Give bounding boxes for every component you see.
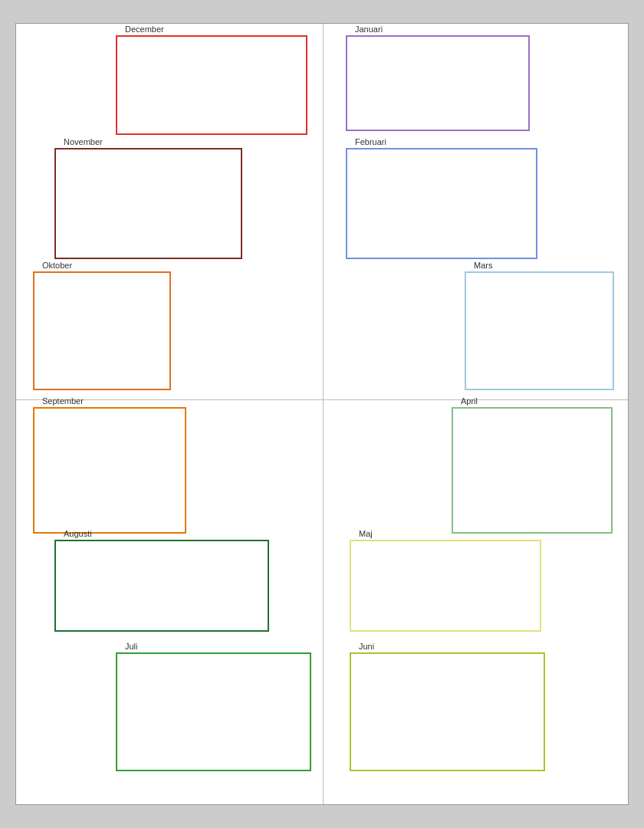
calendar-page: DecemberJanuariNovemberFebruariOktoberMa… xyxy=(15,23,629,805)
month-label-mars: Mars xyxy=(474,261,492,270)
month-box-mars: Mars xyxy=(465,271,614,390)
month-label-juni: Juni xyxy=(359,642,374,651)
month-box-oktober: Oktober xyxy=(33,271,171,390)
month-box-december: December xyxy=(116,35,307,135)
month-box-april: April xyxy=(452,407,613,534)
month-label-maj: Maj xyxy=(359,529,373,538)
month-label-oktober: Oktober xyxy=(42,261,72,270)
month-wheel xyxy=(177,269,399,491)
month-box-juni: Juni xyxy=(350,652,545,771)
month-box-maj: Maj xyxy=(350,540,541,632)
month-box-november: November xyxy=(54,148,242,259)
month-label-april: April xyxy=(461,396,478,406)
month-label-september: September xyxy=(42,396,84,406)
month-box-september: September xyxy=(33,407,186,534)
month-label-augusti: Augusti xyxy=(64,529,92,538)
month-label-februari: Februari xyxy=(355,137,386,146)
month-box-augusti: Augusti xyxy=(54,540,269,632)
month-box-februari: Februari xyxy=(346,148,537,259)
month-box-juli: Juli xyxy=(116,652,311,771)
wheel-svg xyxy=(177,269,399,491)
month-label-november: November xyxy=(64,137,103,146)
month-box-januari: Januari xyxy=(346,35,530,131)
month-label-juli: Juli xyxy=(125,642,138,651)
month-label-januari: Januari xyxy=(355,25,383,34)
month-label-december: December xyxy=(125,25,164,34)
